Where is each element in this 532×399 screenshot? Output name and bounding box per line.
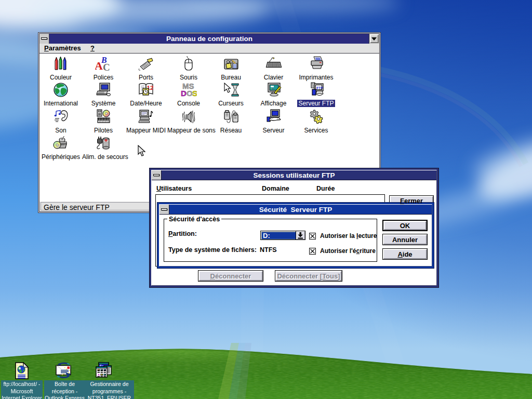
svg-text:D: D xyxy=(181,89,187,98)
svg-text:FTP: FTP xyxy=(316,86,324,90)
svg-text:C: C xyxy=(103,62,110,72)
svg-text:S: S xyxy=(192,89,197,98)
